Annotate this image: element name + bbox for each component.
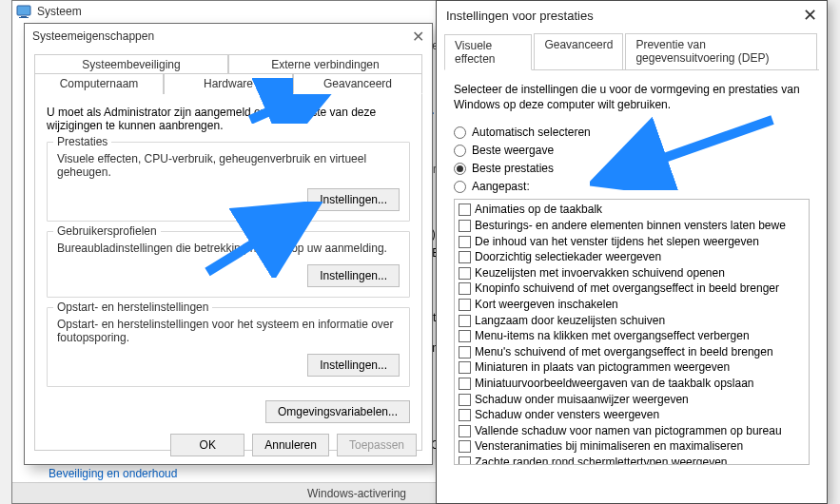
performance-options-dialog: Instellingen voor prestaties ✕ Visuele e…: [436, 0, 828, 504]
profiles-settings-button[interactable]: Instellingen...: [307, 264, 400, 287]
checkbox-icon: [459, 456, 471, 466]
group-performance: Prestaties Visuele effecten, CPU-verbrui…: [47, 142, 410, 222]
ok-button[interactable]: OK: [170, 434, 244, 456]
po-titlebar: Instellingen voor prestaties ✕: [437, 1, 827, 29]
checkbox-icon: [459, 330, 471, 342]
performance-settings-button[interactable]: Instellingen...: [307, 188, 400, 211]
tab-visual-effects[interactable]: Visuele effecten: [444, 34, 532, 70]
po-tabs: Visuele effecten Geavanceerd Preventie v…: [444, 33, 819, 70]
option-label: Keuzelijsten met invoervakken schuivend …: [475, 266, 725, 281]
radio-icon: [454, 145, 466, 157]
tab-system-protection[interactable]: Systeembeveiliging: [34, 54, 228, 74]
activation-label: Windows-activering: [307, 487, 406, 500]
checkbox-icon: [459, 299, 471, 311]
group-user-profiles: Gebruikersprofielen Bureaubladinstelling…: [47, 231, 410, 298]
visual-effect-option[interactable]: Vallende schaduw voor namen van pictogra…: [459, 424, 805, 439]
tab-remote[interactable]: Externe verbindingen: [228, 54, 422, 74]
visual-effects-list[interactable]: Animaties op de taakbalkBesturings- en a…: [454, 199, 810, 465]
visual-effect-option[interactable]: Schaduw onder muisaanwijzer weergeven: [459, 393, 805, 408]
sp-dialog-buttons: OK Annuleren Toepassen: [170, 434, 417, 456]
checkbox-icon: [459, 251, 471, 263]
option-label: Vallende schaduw voor namen van pictogra…: [475, 424, 782, 439]
visual-effect-option[interactable]: Besturings- en andere elementen binnen v…: [459, 219, 805, 234]
checkbox-icon: [459, 236, 471, 248]
radio-icon: [454, 126, 466, 139]
po-title: Instellingen voor prestaties: [446, 9, 594, 23]
environment-variables-button[interactable]: Omgevingsvariabelen...: [265, 400, 410, 423]
radio-label: Automatisch selecteren: [472, 126, 591, 139]
option-label: Miniaturen in plaats van pictogrammen we…: [475, 360, 730, 376]
radio-label: Beste weergave: [472, 144, 554, 157]
group-startup-recovery: Opstart- en herstelinstellingen Opstart-…: [47, 307, 410, 387]
checkbox-icon: [459, 267, 471, 280]
radio-icon: [454, 163, 466, 175]
visual-effect-option[interactable]: De inhoud van het venster tijdens het sl…: [459, 235, 805, 250]
startup-settings-button[interactable]: Instellingen...: [307, 354, 400, 377]
sp-intro-text: U moet als Administrator zijn aangemeld …: [47, 106, 410, 132]
visual-effect-option[interactable]: Knopinfo schuivend of met overgangseffec…: [459, 281, 805, 297]
visual-effect-option[interactable]: Miniatuurvoorbeeldweergaven van de taakb…: [459, 377, 805, 392]
radio-best-performance[interactable]: Beste prestaties: [454, 162, 810, 175]
group-legend: Prestaties: [53, 135, 111, 148]
radio-icon: [454, 181, 466, 193]
visual-effect-option[interactable]: Animaties op de taakbalk: [459, 203, 805, 218]
visual-effect-option[interactable]: Menu-items na klikken met overgangseffec…: [459, 329, 805, 344]
option-label: Zachte randen rond schermlettertypen wee…: [475, 456, 727, 466]
radio-label: Beste prestaties: [472, 162, 554, 175]
visual-effect-option[interactable]: Zachte randen rond schermlettertypen wee…: [459, 456, 805, 466]
option-label: Langzaam door keuzelijsten schuiven: [475, 314, 665, 329]
group-legend: Gebruikersprofielen: [53, 224, 161, 238]
option-label: Menu's schuivend of met overgangseffect …: [475, 345, 773, 360]
checkbox-icon: [459, 378, 471, 390]
tab-advanced[interactable]: Geavanceerd: [534, 33, 623, 69]
footer-link-security[interactable]: Beveiliging en onderhoud: [49, 467, 177, 480]
option-label: Kort weergeven inschakelen: [475, 298, 618, 313]
system-properties-dialog: Systeemeigenschappen ✕ Systeembeveiligin…: [24, 23, 433, 465]
checkbox-icon: [459, 220, 471, 232]
checkbox-icon: [459, 394, 471, 406]
option-label: Besturings- en andere elementen binnen v…: [475, 219, 786, 234]
svg-rect-0: [17, 6, 30, 15]
sp-title: Systeemeigenschappen: [32, 29, 154, 43]
checkbox-icon: [459, 409, 471, 421]
radio-auto[interactable]: Automatisch selecteren: [454, 126, 810, 139]
group-legend: Opstart- en herstelinstellingen: [53, 300, 212, 314]
option-label: Menu-items na klikken met overgangseffec…: [475, 329, 750, 344]
radio-best-appearance[interactable]: Beste weergave: [454, 144, 810, 157]
tab-computer-name[interactable]: Computernaam: [34, 73, 164, 94]
visual-effect-option[interactable]: Keuzelijsten met invoervakken schuivend …: [459, 266, 805, 281]
visual-effect-option[interactable]: Miniaturen in plaats van pictogrammen we…: [459, 360, 805, 376]
group-desc: Visuele effecten, CPU-verbruik, geheugen…: [57, 152, 400, 179]
close-icon[interactable]: ✕: [803, 5, 817, 26]
option-label: Knopinfo schuivend of met overgangseffec…: [475, 281, 779, 297]
system-icon: [16, 4, 31, 19]
visual-effect-option[interactable]: Doorzichtig selectiekader weergeven: [459, 250, 805, 265]
svg-rect-2: [19, 17, 29, 18]
sp-advanced-panel: U moet als Administrator zijn aangemeld …: [34, 93, 422, 451]
option-label: Animaties op de taakbalk: [475, 203, 602, 218]
option-label: Schaduw onder muisaanwijzer weergeven: [475, 393, 689, 408]
option-label: Miniatuurvoorbeeldweergaven van de taakb…: [475, 377, 754, 392]
sp-titlebar: Systeemeigenschappen ✕: [25, 24, 432, 48]
close-icon[interactable]: ✕: [412, 28, 424, 46]
checkbox-icon: [459, 440, 471, 453]
visual-effect-option[interactable]: Langzaam door keuzelijsten schuiven: [459, 314, 805, 329]
tab-advanced[interactable]: Geavanceerd: [293, 73, 422, 94]
radio-label: Aangepast:: [472, 180, 530, 193]
visual-effect-option[interactable]: Schaduw onder vensters weergeven: [459, 408, 805, 423]
option-label: Vensteranimaties bij minimaliseren en ma…: [475, 439, 743, 455]
option-label: De inhoud van het venster tijdens het sl…: [475, 235, 759, 250]
checkbox-icon: [459, 204, 471, 216]
po-description: Selecteer de instellingen die u voor de …: [454, 82, 810, 112]
cancel-button[interactable]: Annuleren: [252, 434, 329, 456]
apply-button[interactable]: Toepassen: [337, 434, 417, 456]
visual-effect-option[interactable]: Vensteranimaties bij minimaliseren en ma…: [459, 439, 805, 455]
visual-effect-option[interactable]: Menu's schuivend of met overgangseffect …: [459, 345, 805, 360]
tab-hardware[interactable]: Hardware: [164, 73, 293, 94]
group-desc: Opstart- en herstelinstellingen voor het…: [57, 318, 400, 344]
checkbox-icon: [459, 361, 471, 374]
tab-dep[interactable]: Preventie van gegevensuitvoering (DEP): [625, 33, 817, 69]
option-label: Doorzichtig selectiekader weergeven: [475, 250, 661, 265]
radio-custom[interactable]: Aangepast:: [454, 180, 810, 193]
visual-effect-option[interactable]: Kort weergeven inschakelen: [459, 298, 805, 313]
